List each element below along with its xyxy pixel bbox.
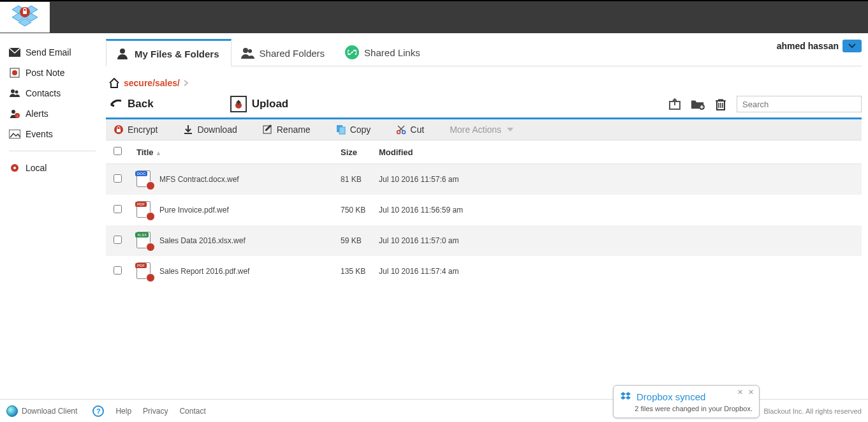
main-area: My Files & Folders Shared Folders Shared… — [102, 36, 868, 287]
footer-privacy-link[interactable]: Privacy — [143, 407, 168, 416]
file-modified: Jul 10 2016 11:57:4 am — [379, 267, 854, 276]
file-doc-icon: DOC — [136, 170, 153, 188]
user-name: ahmed hassan — [777, 41, 839, 51]
file-name: Sales Report 2016.pdf.wef — [159, 267, 249, 276]
row-checkbox[interactable] — [114, 236, 122, 244]
toast-close-icon[interactable]: ✕ — [748, 388, 754, 396]
user-menu[interactable]: ahmed hassan — [777, 40, 862, 52]
file-pdf-icon: PDF — [136, 201, 153, 219]
help-icon[interactable]: ? — [92, 405, 104, 417]
people-icon — [240, 47, 254, 59]
svg-point-12 — [11, 110, 15, 114]
tab-my-files[interactable]: My Files & Folders — [106, 39, 232, 66]
tab-shared-links[interactable]: Shared Links — [336, 39, 432, 66]
back-button[interactable]: Back — [108, 98, 154, 110]
svg-point-10 — [11, 89, 15, 93]
sort-asc-icon: ▲ — [156, 149, 162, 156]
encrypt-button[interactable]: Encrypt — [114, 124, 158, 135]
download-icon — [183, 124, 193, 135]
sidebar-divider — [9, 151, 96, 151]
footer-help-link[interactable]: Help — [115, 407, 131, 416]
sidebar-item-label: Contacts — [26, 88, 61, 98]
sidebar-item-label: Events — [26, 129, 53, 139]
file-size: 750 KB — [341, 206, 379, 215]
toolbar-label: Encrypt — [128, 124, 158, 135]
table-row[interactable]: DOCMFS Contract.docx.wef81 KBJul 10 2016… — [106, 164, 862, 195]
column-title[interactable]: Title▲ — [136, 147, 341, 157]
globe-icon — [6, 405, 18, 417]
file-name: MFS Contract.docx.wef — [159, 175, 239, 184]
file-pdf-icon: PDF — [136, 262, 153, 280]
upload-button[interactable]: Upload — [230, 96, 289, 112]
tab-label: My Files & Folders — [135, 49, 219, 59]
column-size[interactable]: Size — [341, 147, 379, 157]
toolbar-label: Download — [197, 124, 237, 135]
table-row[interactable]: PDFPure Invoice.pdf.wef750 KBJul 10 2016… — [106, 195, 862, 225]
upload-icon — [230, 96, 247, 112]
share-up-icon[interactable] — [668, 98, 682, 110]
dropbox-lock-icon — [10, 2, 40, 33]
download-button[interactable]: Download — [183, 124, 237, 135]
more-actions-button[interactable]: More Actions — [450, 124, 515, 135]
svg-point-19 — [243, 48, 248, 53]
sidebar-item-send-email[interactable]: Send Email — [9, 42, 96, 63]
svg-marker-34 — [626, 392, 631, 396]
toast-subtitle: 2 files were changed in your Dropbox. — [620, 405, 753, 412]
sidebar-item-label: Local — [26, 163, 47, 173]
column-modified[interactable]: Modified — [379, 147, 854, 157]
file-modified: Jul 10 2016 11:57:6 am — [379, 175, 854, 184]
note-lock-icon — [9, 68, 20, 78]
cut-button[interactable]: Cut — [396, 124, 424, 135]
copy-button[interactable]: Copy — [336, 124, 371, 135]
download-client-link[interactable]: Download Client — [6, 405, 77, 417]
table-header: Title▲ Size Modified — [106, 140, 862, 164]
select-all-checkbox[interactable] — [114, 147, 122, 155]
svg-rect-6 — [23, 11, 27, 14]
sidebar-item-post-note[interactable]: Post Note — [9, 63, 96, 83]
app-logo[interactable] — [0, 2, 50, 33]
file-size: 81 KB — [341, 175, 379, 184]
table-row[interactable]: XLSXSales Data 2016.xlsx.wef59 KBJul 10 … — [106, 225, 862, 256]
back-label: Back — [128, 98, 154, 110]
rename-icon — [263, 124, 273, 135]
sidebar-item-alerts[interactable]: ! Alerts — [9, 103, 96, 124]
row-checkbox[interactable] — [114, 205, 122, 213]
svg-point-20 — [248, 49, 252, 53]
file-modified: Jul 10 2016 11:57:0 am — [379, 236, 854, 245]
sidebar-item-contacts[interactable]: Contacts — [9, 83, 96, 103]
file-xlsx-icon: XLSX — [136, 232, 153, 250]
row-checkbox[interactable] — [114, 266, 122, 275]
svg-rect-26 — [117, 129, 121, 132]
toolbar-label: More Actions — [450, 124, 501, 135]
rename-button[interactable]: Rename — [263, 124, 311, 135]
file-list: DOCMFS Contract.docx.wef81 KBJul 10 2016… — [106, 164, 862, 287]
trash-icon[interactable] — [714, 98, 728, 110]
upload-label: Upload — [252, 98, 289, 110]
home-icon[interactable] — [108, 78, 120, 88]
chevron-down-icon — [842, 40, 862, 52]
sidebar-item-label: Alerts — [26, 109, 48, 119]
file-size: 59 KB — [341, 236, 379, 245]
svg-rect-29 — [339, 127, 345, 134]
alert-icon: ! — [9, 109, 20, 119]
search-input[interactable] — [737, 96, 862, 112]
svg-point-18 — [120, 49, 125, 54]
sidebar-item-local[interactable]: Local — [9, 158, 96, 178]
footer-copyright: Blackout Inc. All rights reserved — [764, 407, 862, 415]
breadcrumb-path[interactable]: secure/sales/ — [124, 78, 180, 88]
table-row[interactable]: PDFSales Report 2016.pdf.wef135 KBJul 10… — [106, 256, 862, 287]
tab-label: Shared Links — [364, 47, 420, 58]
new-folder-icon[interactable] — [691, 98, 705, 110]
sync-toast: ✕ ✕ Dropbox synced 2 files were changed … — [613, 385, 760, 418]
file-name: Sales Data 2016.xlsx.wef — [159, 236, 246, 245]
sidebar-item-events[interactable]: Events — [9, 124, 96, 144]
svg-point-9 — [12, 70, 17, 75]
footer-contact-link[interactable]: Contact — [179, 407, 205, 416]
file-toolbar: Encrypt Download Rename Copy Cut More Ac… — [106, 119, 862, 140]
toast-settings-icon[interactable]: ✕ — [737, 388, 743, 396]
file-modified: Jul 10 2016 11:56:59 am — [379, 206, 854, 215]
copy-icon — [336, 124, 346, 135]
row-checkbox[interactable] — [114, 174, 122, 183]
tab-shared-folders[interactable]: Shared Folders — [232, 40, 337, 66]
disk-icon — [9, 163, 20, 173]
